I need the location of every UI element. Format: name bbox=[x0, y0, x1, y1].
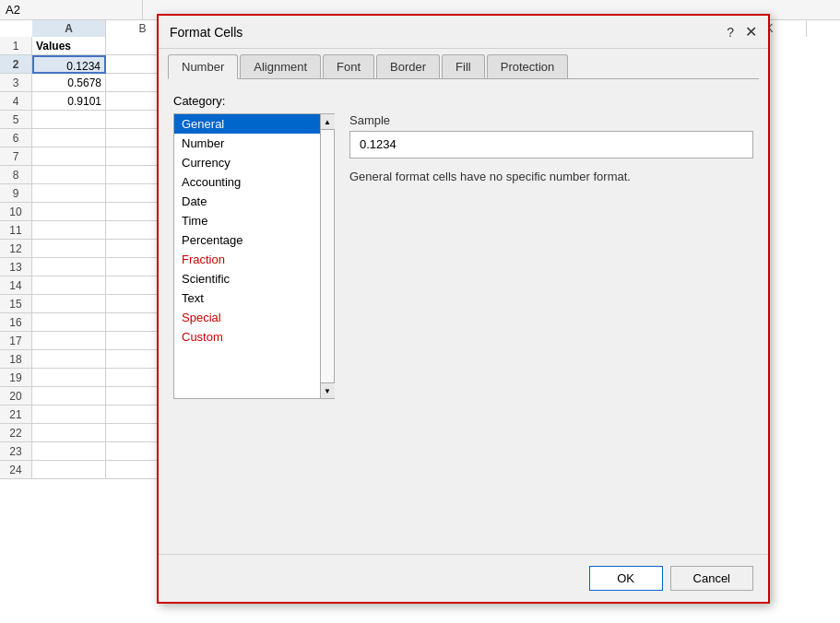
dialog-controls: ? ✕ bbox=[727, 23, 757, 41]
right-panel: Sample 0.1234 General format cells have … bbox=[349, 113, 753, 399]
row-header-19: 19 bbox=[0, 369, 31, 387]
cell-a4[interactable]: 0.9101 bbox=[32, 92, 106, 111]
tab-alignment[interactable]: Alignment bbox=[240, 54, 321, 78]
category-text[interactable]: Text bbox=[174, 288, 320, 308]
category-fraction[interactable]: Fraction bbox=[174, 250, 320, 269]
tab-number-label: Number bbox=[182, 60, 224, 74]
category-scientific[interactable]: Scientific bbox=[174, 269, 320, 288]
category-percentage[interactable]: Percentage bbox=[174, 230, 320, 250]
cell-a9[interactable] bbox=[32, 184, 106, 203]
cell-a3[interactable]: 0.5678 bbox=[32, 74, 106, 92]
cell-a8[interactable] bbox=[32, 166, 106, 184]
row-header-24: 24 bbox=[0, 461, 31, 479]
category-general[interactable]: General bbox=[174, 114, 320, 134]
category-accounting[interactable]: Accounting bbox=[174, 172, 320, 192]
cell-a24[interactable] bbox=[32, 461, 106, 479]
row-header-15: 15 bbox=[0, 295, 31, 313]
row-header-17: 17 bbox=[0, 332, 31, 350]
row-header-23: 23 bbox=[0, 442, 31, 461]
cell-a6[interactable] bbox=[32, 129, 106, 147]
tab-font-label: Font bbox=[337, 60, 361, 74]
scrollbar-track bbox=[321, 130, 334, 382]
tab-protection[interactable]: Protection bbox=[487, 54, 569, 78]
cell-ref-box[interactable]: A2 bbox=[0, 0, 143, 19]
cell-ref-value: A2 bbox=[6, 3, 20, 17]
scrollbar-up-button[interactable]: ▲ bbox=[321, 114, 335, 130]
category-scrollbar: ▲ ▼ bbox=[321, 113, 335, 399]
row-header-2: 2 bbox=[0, 55, 31, 74]
row-header-20: 20 bbox=[0, 387, 31, 406]
cell-a12[interactable] bbox=[32, 240, 106, 258]
row-headers: 1 2 3 4 5 6 7 8 9 10 11 12 13 14 15 16 1… bbox=[0, 37, 32, 479]
dialog-tabs: Number Alignment Font Border Fill Protec… bbox=[159, 49, 768, 78]
cell-a15[interactable] bbox=[32, 295, 106, 313]
cell-a1[interactable]: Values bbox=[32, 37, 106, 55]
tab-font[interactable]: Font bbox=[323, 54, 374, 78]
row-header-7: 7 bbox=[0, 147, 31, 166]
row-header-4: 4 bbox=[0, 92, 31, 111]
cell-a14[interactable] bbox=[32, 276, 106, 295]
sample-value: 0.1234 bbox=[360, 137, 396, 151]
dialog-footer: OK Cancel bbox=[159, 554, 768, 602]
cell-a7[interactable] bbox=[32, 147, 106, 166]
sample-value-box: 0.1234 bbox=[349, 131, 753, 159]
cell-a2[interactable]: 0.1234 bbox=[32, 55, 106, 74]
row-header-11: 11 bbox=[0, 221, 31, 240]
row-header-22: 22 bbox=[0, 424, 31, 442]
row-header-8: 8 bbox=[0, 166, 31, 184]
cell-a5[interactable] bbox=[32, 111, 106, 129]
tab-alignment-label: Alignment bbox=[254, 60, 307, 74]
row-header-13: 13 bbox=[0, 258, 31, 276]
category-time[interactable]: Time bbox=[174, 211, 320, 230]
format-cells-dialog: Format Cells ? ✕ Number Alignment Font B… bbox=[157, 14, 770, 604]
category-list: General Number Currency Accounting Date … bbox=[173, 113, 321, 399]
cell-a23[interactable] bbox=[32, 442, 106, 461]
tab-fill-label: Fill bbox=[455, 60, 471, 74]
category-panel: General Number Currency Accounting Date … bbox=[173, 113, 753, 399]
row-header-12: 12 bbox=[0, 240, 31, 258]
row-header-18: 18 bbox=[0, 350, 31, 369]
cell-a22[interactable] bbox=[32, 424, 106, 442]
cell-a20[interactable] bbox=[32, 387, 106, 406]
cell-a10[interactable] bbox=[32, 203, 106, 221]
cell-a19[interactable] bbox=[32, 369, 106, 387]
category-date[interactable]: Date bbox=[174, 192, 320, 211]
tab-border[interactable]: Border bbox=[376, 54, 440, 78]
row-header-9: 9 bbox=[0, 184, 31, 203]
category-currency[interactable]: Currency bbox=[174, 153, 320, 172]
category-label: Category: bbox=[173, 94, 753, 108]
tab-fill[interactable]: Fill bbox=[442, 54, 485, 78]
row-header-14: 14 bbox=[0, 276, 31, 295]
cell-a13[interactable] bbox=[32, 258, 106, 276]
dialog-close-button[interactable]: ✕ bbox=[745, 23, 757, 41]
col-header-a: A bbox=[32, 20, 106, 37]
dialog-help-button[interactable]: ? bbox=[727, 25, 734, 40]
dialog-titlebar: Format Cells ? ✕ bbox=[159, 16, 768, 49]
category-custom[interactable]: Custom bbox=[174, 327, 320, 347]
category-list-wrapper: General Number Currency Accounting Date … bbox=[173, 113, 335, 399]
cancel-button[interactable]: Cancel bbox=[670, 566, 753, 591]
cell-a16[interactable] bbox=[32, 313, 106, 332]
description-text: General format cells have no specific nu… bbox=[349, 170, 753, 183]
scrollbar-down-button[interactable]: ▼ bbox=[321, 382, 335, 398]
row-header-21: 21 bbox=[0, 406, 31, 424]
tab-number[interactable]: Number bbox=[168, 54, 238, 79]
sample-label: Sample bbox=[349, 113, 753, 127]
row-header-16: 16 bbox=[0, 313, 31, 332]
dialog-content: Category: General Number Currency Accoun… bbox=[159, 79, 768, 414]
row-header-5: 5 bbox=[0, 111, 31, 129]
cell-a11[interactable] bbox=[32, 221, 106, 240]
row-header-6: 6 bbox=[0, 129, 31, 147]
row-header-3: 3 bbox=[0, 74, 31, 92]
category-special[interactable]: Special bbox=[174, 308, 320, 327]
tab-border-label: Border bbox=[390, 60, 426, 74]
cell-a17[interactable] bbox=[32, 332, 106, 350]
row-header-1: 1 bbox=[0, 37, 31, 55]
cell-a21[interactable] bbox=[32, 406, 106, 424]
tab-protection-label: Protection bbox=[501, 60, 555, 74]
category-number[interactable]: Number bbox=[174, 134, 320, 153]
dialog-title: Format Cells bbox=[170, 25, 243, 40]
cell-a18[interactable] bbox=[32, 350, 106, 369]
row-header-10: 10 bbox=[0, 203, 31, 221]
ok-button[interactable]: OK bbox=[589, 566, 663, 591]
